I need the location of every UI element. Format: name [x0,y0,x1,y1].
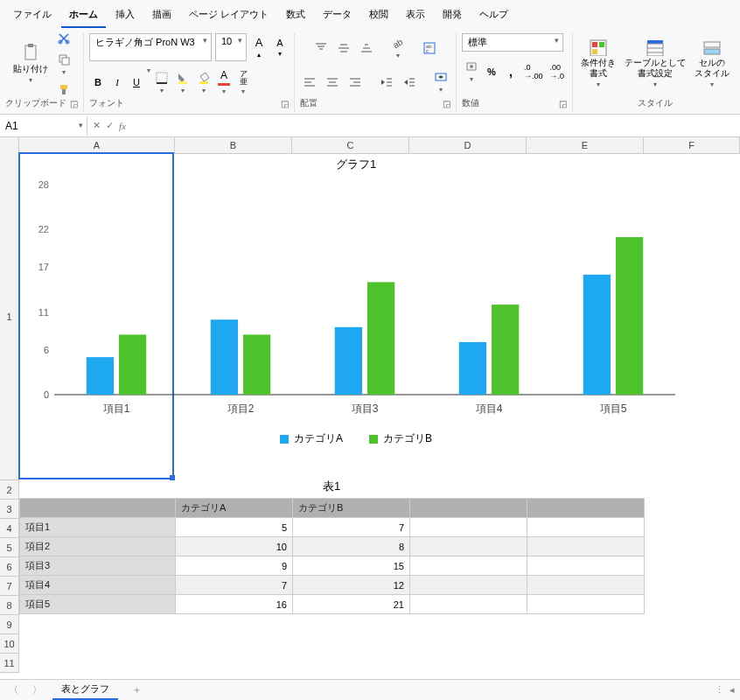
row-header[interactable]: 1 [0,153,19,480]
col-header[interactable]: A [19,137,175,153]
cancel-formula-icon[interactable]: ✕ [93,120,101,131]
menu-item-2[interactable]: 挿入 [108,4,143,28]
wrap-text-button[interactable]: abc [420,33,439,62]
tab-prev-icon[interactable]: 〈 [5,683,22,696]
sheet-tab-active[interactable]: 表とグラフ [52,680,118,700]
copy-button[interactable]: ▾ [54,50,73,79]
orientation-button[interactable]: ab▾ [388,33,408,62]
dialog-launcher-icon[interactable]: ◲ [281,99,289,108]
align-right-button[interactable] [346,67,365,96]
formula-input[interactable] [131,122,740,130]
menu-item-8[interactable]: 表示 [398,4,433,28]
decimal-decrease-button[interactable]: .00→.0 [548,57,568,86]
indent-increase-button[interactable] [400,67,419,96]
table-row-label: 項目1 [20,518,176,537]
font-color-button[interactable]: A▾ [215,66,233,98]
group-align: ab▾ abc ▾ 配置◲ [294,33,456,112]
status-menu-icon[interactable]: ⋮ [715,684,724,696]
border-button[interactable]: ▾ [152,66,171,98]
menu-item-9[interactable]: 開発 [435,4,470,28]
fx-icon[interactable]: fx [119,121,126,131]
row-header[interactable]: 8 [0,596,19,615]
col-header[interactable]: F [644,137,740,153]
font-size-combo[interactable]: 10 [215,33,247,61]
currency-icon [464,60,478,74]
format-as-table-button[interactable]: テーブルとして 書式設定▾ [622,36,688,92]
col-header[interactable]: B [175,137,292,153]
dialog-launcher-icon[interactable]: ◲ [443,99,450,108]
row-header[interactable]: 7 [0,577,19,596]
svg-rect-0 [25,46,36,60]
italic-button[interactable]: I [108,66,126,98]
col-header[interactable]: C [292,137,409,153]
decrease-font-button[interactable]: A▾ [271,33,289,61]
group-clipboard: 貼り付け ▾ ▾ クリップボード◲ [0,33,83,112]
menu-item-1[interactable]: ホーム [61,4,106,28]
underline-button[interactable]: U [128,66,145,98]
cut-button[interactable] [54,29,73,48]
dialog-launcher-icon[interactable]: ◲ [559,99,567,108]
select-all-corner[interactable] [0,137,19,153]
fill-color-button[interactable]: ▾ [194,66,213,98]
row-header[interactable]: 4 [0,519,19,538]
font-name-combo[interactable]: ヒラギノ角ゴ ProN W3 [89,33,212,61]
row-header[interactable]: 10 [0,634,19,654]
paste-button[interactable]: 貼り付け ▾ [10,36,51,92]
indent-decrease-button[interactable] [377,67,396,96]
row-header[interactable]: 6 [0,557,19,577]
row-header[interactable]: 11 [0,654,19,673]
cell-styles-button[interactable]: セルの スタイル▾ [692,36,732,92]
name-box[interactable]: A1 [0,116,87,136]
orientation-icon: ab [391,36,405,50]
align-middle-button[interactable] [334,33,353,62]
highlight-button[interactable]: ▾ [173,66,192,98]
table-row-label: 項目5 [20,595,176,614]
group-number: 標準 ▾ % , .0→.00 .00→.0 数値◲ [456,33,572,112]
row-header[interactable]: 9 [0,615,19,634]
col-header[interactable]: D [409,137,527,153]
align-bottom-button[interactable] [357,33,376,62]
align-center-button[interactable] [323,67,342,96]
row-header[interactable]: 2 [0,480,19,500]
bar [243,334,270,395]
merge-button[interactable]: ▾ [431,67,450,96]
bold-button[interactable]: B [89,66,107,98]
increase-font-button[interactable]: A▴ [250,33,268,61]
table-row-label: 項目2 [20,537,176,556]
group-styles: 条件付き 書式▾ テーブルとして 書式設定▾ セルの スタイル▾ スタイル [572,33,737,112]
menu-item-5[interactable]: 数式 [278,4,313,28]
menu-item-4[interactable]: ページ レイアウト [181,4,276,28]
bar [87,357,114,395]
col-header[interactable]: E [527,137,644,153]
conditional-format-button[interactable]: 条件付き 書式▾ [578,36,618,92]
table-cell: 12 [293,576,410,595]
bar [459,342,486,395]
formula-bar: A1 ✕ ✓ fx [0,115,740,137]
align-top-button[interactable] [311,33,331,62]
decimal-increase-button[interactable]: .0→.00 [521,57,546,86]
align-bottom-icon [360,41,373,55]
row-header[interactable]: 3 [0,500,19,519]
percent-button[interactable]: % [483,57,500,86]
row-header[interactable]: 5 [0,538,19,557]
comma-button[interactable]: , [502,57,520,86]
currency-button[interactable]: ▾ [462,57,481,86]
align-left-button[interactable] [300,67,319,96]
menu-item-7[interactable]: 校閲 [361,4,396,28]
table-cell: 15 [293,556,410,576]
number-format-combo[interactable]: 標準 [462,33,563,52]
dialog-launcher-icon[interactable]: ◲ [70,99,78,108]
tab-next-icon[interactable]: 〉 [29,683,45,696]
menu-item-10[interactable]: ヘルプ [471,4,516,28]
svg-rect-11 [199,81,208,84]
menu-item-3[interactable]: 描画 [144,4,179,28]
add-sheet-button[interactable]: ＋ [125,683,149,696]
svg-text:22: 22 [38,224,49,234]
ribbon: 貼り付け ▾ ▾ クリップボード◲ ヒラギノ角ゴ ProN W3 10 A▴ A… [0,28,740,115]
menu-item-6[interactable]: データ [315,4,360,28]
phonetic-button[interactable]: ア亜▾ [234,66,252,98]
accept-formula-icon[interactable]: ✓ [106,120,114,131]
spreadsheet-grid[interactable]: ABCDEF 1234567891011 グラフ1 0611172228項目1項… [0,137,740,673]
scroll-left-icon[interactable]: ◂ [730,684,735,696]
menu-item-0[interactable]: ファイル [5,4,59,28]
